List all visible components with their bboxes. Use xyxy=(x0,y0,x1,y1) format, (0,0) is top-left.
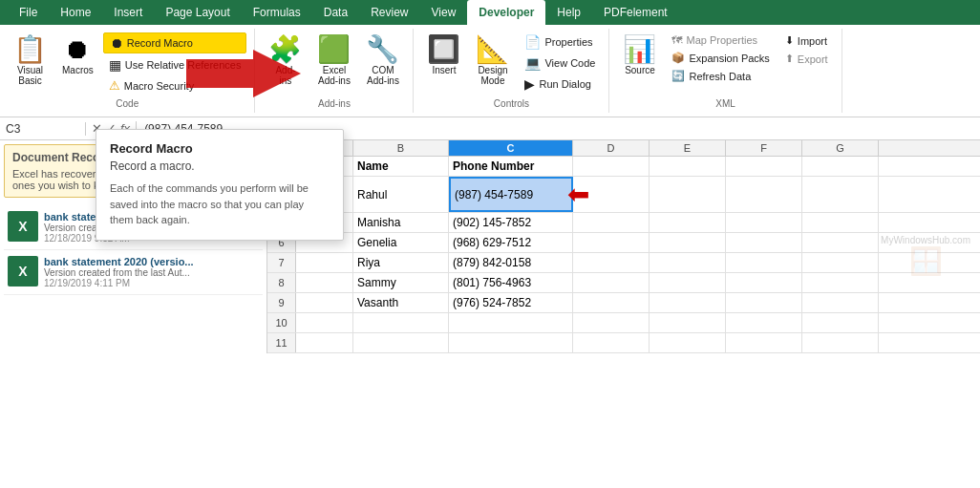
tab-home[interactable]: Home xyxy=(49,0,102,25)
cell-6d[interactable] xyxy=(573,233,650,252)
insert-button[interactable]: 🔲 Insert xyxy=(421,32,466,79)
cell-10f[interactable] xyxy=(726,313,802,332)
cell-6e[interactable] xyxy=(650,233,726,252)
cell-8f[interactable] xyxy=(726,273,802,292)
cell-5e[interactable] xyxy=(650,213,726,232)
cell-11d[interactable] xyxy=(573,333,650,352)
name-box[interactable]: C3 xyxy=(0,122,86,136)
cell-6c[interactable]: (968) 629-7512 xyxy=(449,233,573,252)
cell-8b[interactable]: Sammy xyxy=(353,273,449,292)
tab-pdfelement[interactable]: PDFelement xyxy=(592,0,679,25)
cell-7b[interactable]: Riya xyxy=(353,253,449,272)
excel-addins-button[interactable]: 🟩 ExcelAdd-ins xyxy=(311,32,356,90)
cell-4d[interactable]: ⬅ xyxy=(573,177,650,212)
cell-header-c[interactable]: Phone Number xyxy=(449,157,573,176)
properties-button[interactable]: 📄 Properties xyxy=(519,32,601,52)
cell-11c[interactable] xyxy=(449,333,573,352)
cell-4c[interactable]: (987) 454-7589 xyxy=(449,177,573,212)
visual-basic-button[interactable]: 📋 VisualBasic xyxy=(8,32,53,90)
tab-view[interactable]: View xyxy=(420,0,468,25)
addins-button[interactable]: 🧩 Add-ins xyxy=(263,32,308,90)
cell-header-e[interactable] xyxy=(650,157,726,176)
col-header-b[interactable]: B xyxy=(353,140,449,156)
record-macro-button[interactable]: ⏺ Record Macro xyxy=(103,32,247,53)
cell-10c[interactable] xyxy=(449,313,573,332)
cell-8c[interactable]: (801) 756-4963 xyxy=(449,273,573,292)
col-header-e[interactable]: E xyxy=(650,140,726,156)
cell-4g[interactable] xyxy=(802,177,879,212)
cell-6f[interactable] xyxy=(726,233,802,252)
cell-7g[interactable] xyxy=(802,253,879,272)
run-dialog-button[interactable]: ▶ Run Dialog xyxy=(519,74,601,94)
cell-header-d[interactable] xyxy=(573,157,650,176)
cell-5d[interactable] xyxy=(573,213,650,232)
tab-insert[interactable]: Insert xyxy=(102,0,154,25)
cell-10b[interactable] xyxy=(353,313,449,332)
run-dialog-label: Run Dialog xyxy=(539,78,590,90)
tab-file[interactable]: File xyxy=(8,0,49,25)
cell-header-f[interactable] xyxy=(726,157,802,176)
cell-8g[interactable] xyxy=(802,273,879,292)
cell-8a[interactable] xyxy=(296,273,353,292)
file-item-2[interactable]: X bank statement 2020 (versio... Version… xyxy=(4,250,263,295)
cell-header-g[interactable] xyxy=(802,157,879,176)
col-header-c[interactable]: C xyxy=(449,140,573,156)
use-relative-button[interactable]: ▦ Use Relative References xyxy=(103,55,247,74)
tab-review[interactable]: Review xyxy=(359,0,419,25)
refresh-data-button[interactable]: 🔄 Refresh Data xyxy=(666,68,775,84)
cell-9f[interactable] xyxy=(726,293,802,312)
macros-button[interactable]: ⏺ Macros xyxy=(56,32,99,79)
cell-4b[interactable]: Rahul xyxy=(353,177,449,212)
cell-5g[interactable] xyxy=(802,213,879,232)
tab-developer[interactable]: Developer xyxy=(467,0,545,25)
cell-11a[interactable] xyxy=(296,333,353,352)
cell-11b[interactable] xyxy=(353,333,449,352)
cell-9b[interactable]: Vasanth xyxy=(353,293,449,312)
cell-9g[interactable] xyxy=(802,293,879,312)
cell-7e[interactable] xyxy=(650,253,726,272)
tab-help[interactable]: Help xyxy=(545,0,592,25)
com-addins-button[interactable]: 🔧 COMAdd-ins xyxy=(360,32,405,90)
cell-5b[interactable]: Manisha xyxy=(353,213,449,232)
table-row: 8 Sammy (801) 756-4963 xyxy=(267,273,980,293)
cell-8d[interactable] xyxy=(573,273,650,292)
cell-10e[interactable] xyxy=(650,313,726,332)
cell-5c[interactable]: (902) 145-7852 xyxy=(449,213,573,232)
cell-11e[interactable] xyxy=(650,333,726,352)
tab-data[interactable]: Data xyxy=(312,0,359,25)
cell-7c[interactable]: (879) 842-0158 xyxy=(449,253,573,272)
cell-7f[interactable] xyxy=(726,253,802,272)
source-button[interactable]: 📊 Source xyxy=(617,32,662,79)
view-code-button[interactable]: 💻 View Code xyxy=(519,53,601,73)
import-button[interactable]: ⬇ Import xyxy=(779,32,834,49)
design-mode-button[interactable]: 📐 DesignMode xyxy=(470,32,515,90)
cell-7a[interactable] xyxy=(296,253,353,272)
cell-9e[interactable] xyxy=(650,293,726,312)
col-header-d[interactable]: D xyxy=(573,140,650,156)
ribbon-body: 📋 VisualBasic ⏺ Macros ⏺ Record Macro ▦ … xyxy=(0,25,980,117)
cell-4e[interactable] xyxy=(650,177,726,212)
cell-10a[interactable] xyxy=(296,313,353,332)
cell-9c[interactable]: (976) 524-7852 xyxy=(449,293,573,312)
cell-7d[interactable] xyxy=(573,253,650,272)
cell-8e[interactable] xyxy=(650,273,726,292)
cell-6b[interactable]: Genelia xyxy=(353,233,449,252)
cell-9a[interactable] xyxy=(296,293,353,312)
expansion-packs-button[interactable]: 📦 Expansion Packs xyxy=(666,50,775,66)
cell-header-b[interactable]: Name xyxy=(353,157,449,176)
col-header-f[interactable]: F xyxy=(726,140,802,156)
col-header-g[interactable]: G xyxy=(802,140,879,156)
design-mode-label: DesignMode xyxy=(478,65,507,86)
cell-11g[interactable] xyxy=(802,333,879,352)
cell-6g[interactable] xyxy=(802,233,879,252)
tab-formulas[interactable]: Formulas xyxy=(242,0,312,25)
macro-security-button[interactable]: ⚠ Macro Security xyxy=(103,76,247,95)
cell-9d[interactable] xyxy=(573,293,650,312)
cell-10d[interactable] xyxy=(573,313,650,332)
cell-4f[interactable] xyxy=(726,177,802,212)
cell-11f[interactable] xyxy=(726,333,802,352)
cell-5f[interactable] xyxy=(726,213,802,232)
tab-page-layout[interactable]: Page Layout xyxy=(154,0,241,25)
macros-label: Macros xyxy=(62,65,94,75)
cell-10g[interactable] xyxy=(802,313,879,332)
